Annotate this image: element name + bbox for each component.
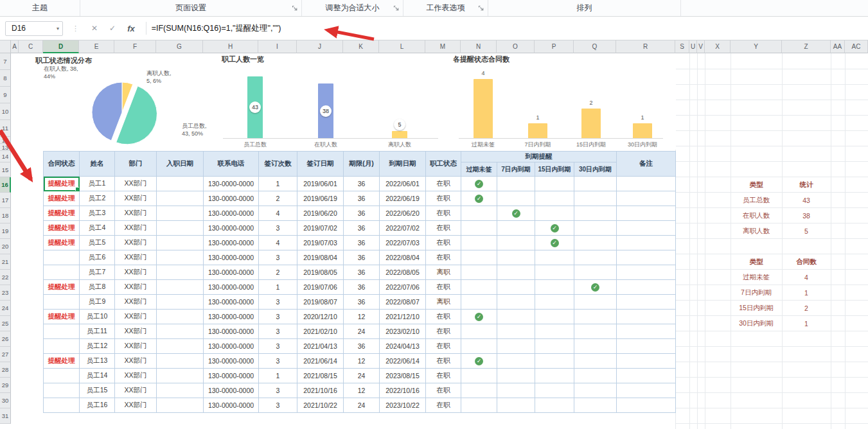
cell-term-months[interactable]: 12 — [344, 383, 380, 398]
cell-name[interactable]: 员工6 — [80, 250, 115, 265]
cell-reminder-3[interactable] — [574, 250, 617, 265]
cell-sign-date[interactable]: 2021/08/15 — [297, 369, 344, 383]
cell-reminder-2[interactable] — [535, 191, 574, 206]
cell-name[interactable]: 员工15 — [80, 383, 115, 398]
cell-reminder-2[interactable] — [535, 265, 574, 280]
cell-sign-count[interactable]: 4 — [259, 236, 297, 250]
cell-hire-date[interactable] — [157, 354, 204, 369]
cell-hire-date[interactable] — [157, 398, 204, 413]
column-header-I[interactable]: I — [258, 40, 297, 53]
cell-department[interactable]: XX部门 — [115, 280, 157, 295]
row-header-13[interactable]: 13 — [0, 144, 11, 151]
cell-reminder-0[interactable] — [461, 398, 497, 413]
row-header-22[interactable]: 22 — [0, 270, 11, 285]
cell-expire-date[interactable]: 2022/08/07 — [380, 295, 426, 310]
cell-reminder-1[interactable] — [497, 310, 535, 324]
cell-department[interactable]: XX部门 — [115, 354, 157, 369]
cell-reminder-0[interactable] — [461, 250, 497, 265]
cell-expire-date[interactable]: 2021/12/10 — [380, 310, 426, 324]
cell-reminder-0[interactable]: ✓ — [461, 191, 497, 206]
cell-department[interactable]: XX部门 — [115, 369, 157, 383]
cell-hire-date[interactable] — [157, 206, 204, 221]
col-15day[interactable]: 15日内到期 — [535, 162, 574, 177]
cell-department[interactable]: XX部门 — [115, 221, 157, 236]
cell-expire-date[interactable]: 2023/02/10 — [380, 324, 426, 339]
column-header-Z[interactable]: Z — [782, 40, 831, 53]
summary-value-cell[interactable]: 5 — [782, 223, 831, 239]
row-header-27[interactable]: 27 — [0, 347, 11, 362]
cell-name[interactable]: 员工9 — [80, 295, 115, 310]
col-department[interactable]: 部门 — [115, 152, 157, 177]
row-header-17[interactable]: 17 — [0, 193, 11, 208]
column-header-S[interactable]: S — [675, 40, 689, 53]
cell-expire-date[interactable]: 2022/06/19 — [380, 191, 426, 206]
cell-employee-status[interactable]: 在职 — [426, 221, 461, 236]
cell-phone[interactable]: 130-0000-0000 — [204, 265, 259, 280]
cell-hire-date[interactable] — [157, 310, 204, 324]
column-header-Y[interactable]: Y — [731, 40, 782, 53]
row-header-10[interactable]: 10 — [0, 103, 11, 120]
cell-department[interactable]: XX部门 — [115, 398, 157, 413]
cell-reminder-2[interactable] — [535, 383, 574, 398]
cell-department[interactable]: XX部门 — [115, 339, 157, 354]
row-header-26[interactable]: 26 — [0, 331, 11, 347]
column-header-P[interactable]: P — [535, 40, 574, 53]
cell-reminder-3[interactable] — [574, 354, 617, 369]
cell-sign-count[interactable]: 2 — [259, 191, 297, 206]
column-header-D[interactable]: D — [43, 40, 79, 53]
cell-reminder-0[interactable] — [461, 265, 497, 280]
ribbon-group-5[interactable]: 排列 — [488, 0, 681, 16]
cell-sign-count[interactable]: 3 — [259, 221, 297, 236]
summary-value-cell[interactable]: 38 — [782, 208, 831, 223]
cell-hire-date[interactable] — [157, 250, 204, 265]
cell-expire-date[interactable]: 2022/08/05 — [380, 265, 426, 280]
col-term[interactable]: 期限(月) — [344, 152, 380, 177]
column-header-E[interactable]: E — [79, 40, 114, 53]
cell-expire-date[interactable]: 2023/10/22 — [380, 398, 426, 413]
cell-term-months[interactable]: 12 — [344, 310, 380, 324]
cell-reminder-3[interactable] — [574, 295, 617, 310]
ribbon-group-2[interactable]: 页面设置 — [80, 0, 302, 16]
cell-sign-date[interactable]: 2019/06/19 — [297, 191, 344, 206]
cell-reminder-2[interactable] — [535, 324, 574, 339]
cell-phone[interactable]: 130-0000-0000 — [204, 191, 259, 206]
ribbon-group-3[interactable]: 调整为合适大小 — [302, 0, 403, 16]
cell-contract-status[interactable] — [44, 369, 80, 383]
cell-reminder-3[interactable] — [574, 369, 617, 383]
cell-sign-date[interactable]: 2019/07/02 — [297, 221, 344, 236]
cell-contract-status[interactable] — [44, 250, 80, 265]
summary-value-cell[interactable]: 2 — [782, 301, 831, 316]
cell-hire-date[interactable] — [157, 369, 204, 383]
cell-reminder-3[interactable] — [574, 398, 617, 413]
cell-phone[interactable]: 130-0000-0000 — [204, 310, 259, 324]
cell-employee-status[interactable]: 在职 — [426, 280, 461, 295]
cell-reminder-1[interactable] — [497, 250, 535, 265]
cell-reminder-1[interactable] — [497, 280, 535, 295]
cell-notes[interactable] — [617, 398, 676, 413]
cell-contract-status[interactable]: 提醒处理 — [44, 236, 80, 250]
row-header-9[interactable]: 9 — [0, 87, 11, 103]
cell-contract-status[interactable]: 提醒处理 — [44, 177, 80, 191]
col-expire-date[interactable]: 到期日期 — [380, 152, 426, 177]
cell-name[interactable]: 员工1 — [80, 177, 115, 191]
cell-reminder-1[interactable]: ✓ — [497, 206, 535, 221]
cell-reminder-3[interactable] — [574, 177, 617, 191]
col-notes[interactable]: 备注 — [617, 152, 676, 177]
column-header-Q[interactable]: Q — [574, 40, 616, 53]
cell-sign-date[interactable]: 2019/06/01 — [297, 177, 344, 191]
cell-reminder-1[interactable] — [497, 295, 535, 310]
enter-icon[interactable]: ✓ — [109, 24, 116, 33]
cell-notes[interactable] — [617, 310, 676, 324]
col-overdue[interactable]: 过期未签 — [461, 162, 497, 177]
cell-reminder-3[interactable]: ✓ — [574, 280, 617, 295]
cell-term-months[interactable]: 36 — [344, 280, 380, 295]
row-header-25[interactable]: 25 — [0, 316, 11, 331]
cell-contract-status[interactable] — [44, 324, 80, 339]
cell-reminder-2[interactable] — [535, 206, 574, 221]
cell-notes[interactable] — [617, 354, 676, 369]
row-header-23[interactable]: 23 — [0, 285, 11, 301]
column-header-J[interactable]: J — [297, 40, 343, 53]
row-header-21[interactable]: 21 — [0, 254, 11, 270]
cell-contract-status[interactable]: 提醒处理 — [44, 310, 80, 324]
cell-sign-count[interactable]: 3 — [259, 354, 297, 369]
